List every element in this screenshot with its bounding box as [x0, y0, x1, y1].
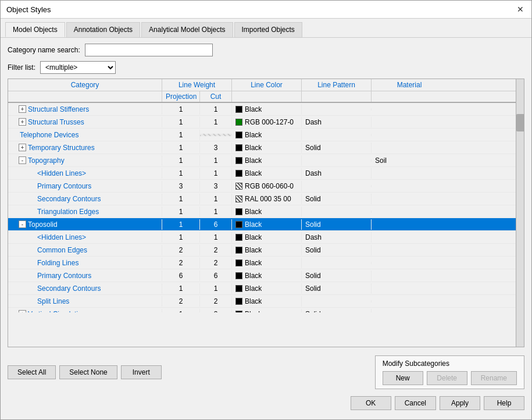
color-cell[interactable]: RGB 000-127-0 [232, 117, 302, 127]
color-swatch [235, 144, 242, 151]
cut-value: 1 [200, 168, 232, 179]
category-name: Primary Contours [37, 182, 91, 190]
th-projection: Projection [162, 91, 200, 102]
tab-imported-objects[interactable]: Imported Objects [234, 22, 302, 37]
expand-icon[interactable]: + [19, 310, 26, 312]
color-cell[interactable]: Black [232, 143, 302, 153]
tab-annotation-objects[interactable]: Annotation Objects [66, 22, 140, 37]
expand-icon[interactable]: + [19, 144, 26, 151]
expand-icon[interactable]: - [19, 220, 26, 228]
projection-value: 1 [162, 309, 200, 313]
cut-value: 2 [200, 258, 232, 268]
table-row[interactable]: -Topography11BlackSoil [8, 154, 516, 167]
table-row[interactable]: -Toposolid16BlackSolid [8, 218, 516, 231]
table-row[interactable]: <Hidden Lines>11BlackDash [8, 167, 516, 180]
color-cell[interactable]: Black [232, 155, 302, 166]
color-cell[interactable]: Black [232, 207, 302, 217]
cut-value: 1 [200, 283, 232, 294]
color-swatch [235, 208, 242, 215]
color-cell[interactable]: RGB 060-060-0 [232, 181, 302, 191]
title-bar: Object Styles ✕ [1, 1, 531, 19]
color-cell[interactable]: Black [232, 283, 302, 294]
select-none-button[interactable]: Select None [59, 365, 117, 379]
selection-buttons-row: Select All Select None Invert Modify Sub… [8, 355, 524, 389]
color-cell[interactable]: Black [232, 130, 302, 140]
projection-value: 1 [162, 130, 200, 140]
color-swatch [235, 259, 242, 266]
category-name: Telephone Devices [20, 131, 78, 139]
filter-label: Filter list: [8, 63, 35, 72]
category-name: Common Edges [37, 246, 87, 254]
table-row[interactable]: Telephone Devices1Black [8, 129, 516, 141]
table-row[interactable]: +Structural Stiffeners11Black [8, 103, 516, 116]
color-cell[interactable]: Black [232, 270, 302, 281]
scrollbar[interactable] [516, 79, 524, 347]
category-name: Secondary Contours [37, 195, 101, 203]
select-all-button[interactable]: Select All [8, 365, 56, 379]
color-cell[interactable]: Black [232, 245, 302, 255]
rename-subcategory-button[interactable]: Rename [471, 371, 517, 385]
expand-icon[interactable]: - [19, 156, 26, 164]
table-row[interactable]: +Vertical Circulation13BlackSolid [8, 308, 516, 312]
help-button[interactable]: Help [484, 396, 524, 410]
color-label: Black [245, 310, 262, 313]
new-subcategory-button[interactable]: New [383, 371, 423, 385]
pattern-value: Solid [302, 219, 372, 230]
tab-analytical-model-objects[interactable]: Analytical Model Objects [141, 22, 233, 37]
color-label: Black [245, 259, 262, 267]
expand-icon[interactable]: + [19, 118, 26, 126]
table-inner: Category Line Weight Line Color Line Pat… [8, 79, 516, 347]
color-cell[interactable]: Black [232, 296, 302, 307]
table-row[interactable]: Triangulation Edges11Black [8, 205, 516, 218]
table-row[interactable]: Secondary Contours11BlackSolid [8, 282, 516, 295]
category-name: Vertical Circulation [28, 310, 85, 313]
table-row[interactable]: Folding Lines22Black [8, 257, 516, 269]
projection-value: 1 [162, 143, 200, 153]
table-row[interactable]: <Hidden Lines>11BlackDash [8, 231, 516, 244]
color-cell[interactable]: RAL 000 35 00 [232, 194, 302, 204]
category-name: Primary Contours [37, 272, 91, 280]
color-swatch [235, 272, 242, 279]
search-label: Category name search: [8, 46, 80, 54]
invert-button[interactable]: Invert [121, 365, 162, 379]
table-row[interactable]: +Structural Trusses11RGB 000-127-0Dash [8, 116, 516, 129]
color-swatch [235, 298, 242, 305]
color-label: Black [245, 156, 262, 165]
table-row[interactable]: Secondary Contours11RAL 000 35 00Solid [8, 193, 516, 205]
close-button[interactable]: ✕ [515, 4, 526, 15]
color-cell[interactable]: Black [232, 309, 302, 313]
expand-icon[interactable]: + [19, 105, 26, 113]
filter-select[interactable]: <multiple> [40, 61, 116, 74]
table-row[interactable]: Split Lines22Black [8, 295, 516, 308]
color-cell[interactable]: Black [232, 258, 302, 268]
color-cell[interactable]: Black [232, 104, 302, 115]
th-cut: Cut [200, 91, 232, 102]
delete-subcategory-button[interactable]: Delete [427, 371, 467, 385]
projection-value: 2 [162, 245, 200, 255]
color-cell[interactable]: Black [232, 219, 302, 230]
cut-value: 1 [200, 155, 232, 166]
cancel-button[interactable]: Cancel [395, 396, 436, 410]
tab-model-objects[interactable]: Model Objects [5, 22, 65, 37]
category-name: Topography [28, 156, 65, 165]
th-line-pattern: Line Pattern [302, 79, 372, 91]
modify-subcategories-label: Modify Subcategories [383, 360, 517, 368]
ok-button[interactable]: OK [351, 396, 391, 410]
pattern-value: Solid [302, 309, 372, 313]
color-swatch [235, 131, 242, 138]
table-row[interactable]: Primary Contours33RGB 060-060-0 [8, 180, 516, 193]
search-input[interactable] [85, 44, 213, 56]
color-cell[interactable]: Black [232, 232, 302, 243]
cut-value: 6 [200, 219, 232, 230]
color-cell[interactable]: Black [232, 168, 302, 179]
table-row[interactable]: Common Edges22BlackSolid [8, 244, 516, 257]
color-label: Black [245, 284, 262, 293]
apply-button[interactable]: Apply [440, 396, 480, 410]
footer-buttons: OK Cancel Apply Help [8, 393, 524, 414]
th-material: Material [372, 79, 447, 91]
projection-value: 1 [162, 232, 200, 243]
table-row[interactable]: Primary Contours66BlackSolid [8, 269, 516, 282]
cut-value: 2 [200, 296, 232, 307]
color-swatch [235, 247, 242, 254]
table-row[interactable]: +Temporary Structures13BlackSolid [8, 141, 516, 154]
